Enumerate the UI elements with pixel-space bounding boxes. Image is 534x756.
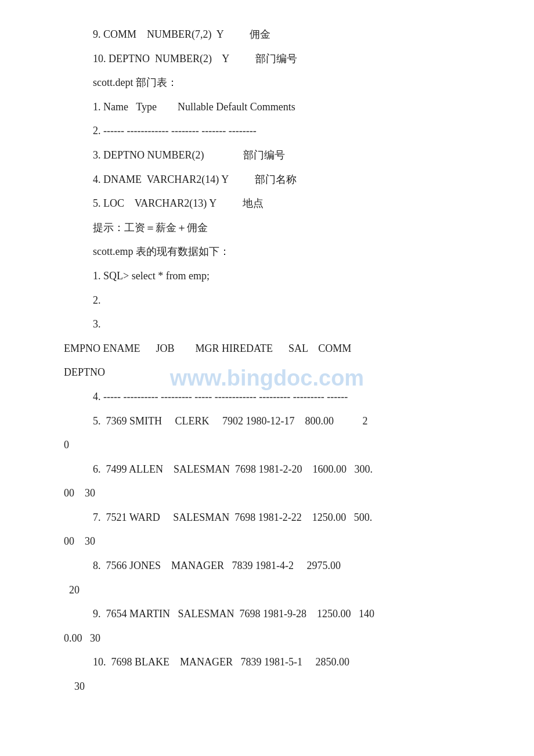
line-comm: 9. COMM NUMBER(7,2) Y 佣金 <box>64 23 499 46</box>
line-ward-dept: 00 30 <box>64 530 499 553</box>
line-dname-row: 4. DNAME VARCHAR2(14) Y 部门名称 <box>64 168 499 192</box>
line-separator1: 2. ------ ------------ -------- ------- … <box>64 120 499 143</box>
line-blake-row: 10. 7698 BLAKE MANAGER 7839 1981-5-1 285… <box>64 651 499 674</box>
line-ward-row: 7. 7521 WARD SALESMAN 7698 1981-2-22 125… <box>64 506 499 530</box>
line-martin-dept: 0.00 30 <box>64 627 499 650</box>
line-blake-dept: 30 <box>64 675 499 699</box>
line-smith-dept: 0 <box>64 434 499 457</box>
line-jones-dept: 20 <box>64 579 499 602</box>
line-column-header: 1. Name Type Nullable Default Comments <box>64 96 499 119</box>
line-allen-row: 6. 7499 ALLEN SALESMAN 7698 1981-2-20 16… <box>64 458 499 481</box>
line-martin-row: 9. 7654 MARTIN SALESMAN 7698 1981-9-28 1… <box>64 603 499 626</box>
line-sql-select: 1. SQL> select * from emp; <box>64 265 499 288</box>
line-empno-header: EMPNO ENAME JOB MGR HIREDATE SAL COMM <box>64 337 499 361</box>
line-deptno-row: 3. DEPTNO NUMBER(2) 部门编号 <box>64 144 499 167</box>
line-jones-row: 8. 7566 JONES MANAGER 7839 1981-4-2 2975… <box>64 555 499 578</box>
line-blank3: 3. <box>64 313 499 336</box>
line-hint: 提示：工资＝薪金＋佣金 <box>64 217 499 240</box>
line-scottdept-header: scott.dept 部门表： <box>64 71 499 95</box>
line-emp-data-intro: scott.emp 表的现有数据如下： <box>64 240 499 264</box>
line-allen-dept: 00 30 <box>64 482 499 505</box>
line-blank2: 2. <box>64 289 499 312</box>
content-block: 9. COMM NUMBER(7,2) Y 佣金 10. DEPTNO NUMB… <box>64 23 499 699</box>
line-deptno-label: DEPTNO <box>64 361 499 384</box>
line-smith-row: 5. 7369 SMITH CLERK 7902 1980-12-17 800.… <box>64 410 499 433</box>
line-loc-row: 5. LOC VARCHAR2(13) Y 地点 <box>64 192 499 215</box>
line-deptno-emp: 10. DEPTNO NUMBER(2) Y 部门编号 <box>64 48 499 71</box>
line-separator2: 4. ----- ---------- --------- ----- ----… <box>64 386 499 409</box>
